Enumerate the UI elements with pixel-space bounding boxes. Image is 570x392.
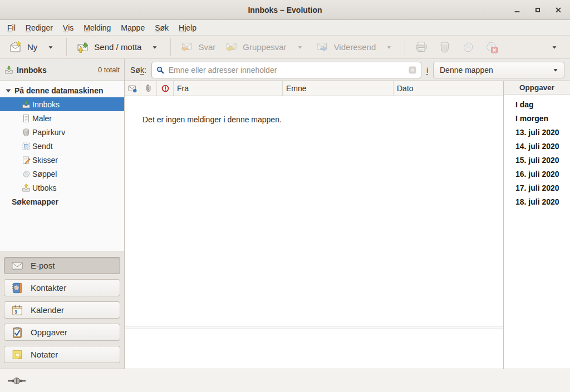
expander-down-icon[interactable] (4, 86, 13, 95)
message-list-header: Fra Emne Dato (125, 81, 503, 96)
column-attachment[interactable] (140, 81, 157, 96)
close-button[interactable] (552, 4, 564, 16)
calendar-icon: 3 (11, 304, 23, 316)
message-list-body[interactable]: Det er ingen meldinger i denne mappen. (125, 96, 503, 326)
outbox-icon (22, 183, 31, 192)
folder-tree: På denne datamaskinen InnboksMalerPapirk… (0, 81, 124, 251)
junk-icon (461, 41, 475, 54)
folder-tree-list: InnboksMalerPapirkurvSendtSkisserSøppelU… (0, 97, 124, 195)
folder-item-label: Utboks (32, 183, 57, 192)
reply-button: Svar (175, 38, 220, 57)
trash-small-icon (22, 128, 31, 137)
minimize-button[interactable] (511, 4, 523, 16)
search-icon (156, 66, 165, 75)
clear-search-icon[interactable] (408, 66, 417, 75)
svg-text:3: 3 (14, 309, 17, 314)
menu-item-folder[interactable]: Mappe (116, 20, 150, 35)
send-receive-label: Send / motta (94, 42, 141, 52)
preview-pane (125, 329, 503, 369)
switcher-button-label: Kontakter (31, 283, 66, 292)
column-priority[interactable] (157, 81, 174, 96)
templates-icon (22, 114, 31, 123)
group-reply-icon (224, 41, 238, 54)
search-entry[interactable] (151, 62, 421, 78)
switcher-button-label: Oppgaver (31, 328, 67, 337)
search-area: Søk: i Denne mappen (125, 59, 570, 81)
menu-item-help[interactable]: Hjelp (174, 20, 202, 35)
column-subject[interactable]: Emne (283, 81, 394, 96)
search-scope-combo[interactable]: Denne mappen (433, 62, 564, 78)
toolbar-overflow-button[interactable] (548, 41, 561, 54)
send-receive-button[interactable]: Send / motta (71, 38, 146, 57)
todo-bar-list: I dagI morgen13. juli 202014. juli 20201… (504, 95, 570, 209)
folder-item-inbox[interactable]: Innboks (0, 97, 124, 111)
new-dropdown-arrow[interactable] (44, 41, 57, 54)
window-title: Innboks – Evolution (248, 6, 322, 14)
svg-text:@: @ (14, 285, 18, 290)
todo-date-group[interactable]: I dag (504, 97, 570, 111)
titlebar: Innboks – Evolution (0, 0, 570, 20)
switcher-button-label: Notater (31, 350, 58, 359)
todo-date-group[interactable]: 15. juli 2020 (504, 153, 570, 167)
folder-item-sent[interactable]: Sendt (0, 139, 124, 153)
online-status-icon[interactable] (7, 376, 26, 385)
read-status-icon (128, 84, 137, 93)
forward-button: Videresend (311, 38, 381, 57)
folder-item-templates[interactable]: Maler (0, 111, 124, 125)
search-folders-row[interactable]: Søkemapper (0, 195, 124, 209)
scope-in-label: i (426, 66, 428, 75)
folder-item-label: Innboks (32, 100, 60, 109)
forward-dropdown-arrow (382, 41, 396, 54)
new-button[interactable]: Ny (4, 38, 42, 57)
folder-item-junk[interactable]: Søppel (0, 167, 124, 181)
menu-item-search[interactable]: Søk (150, 20, 174, 35)
inbox-icon (4, 66, 13, 75)
todo-bar-title: Oppgaver (504, 81, 570, 95)
inbox-icon (22, 100, 31, 109)
evolution-window: Innboks – Evolution FilRedigerVisMelding… (0, 0, 570, 392)
menu-item-edit[interactable]: Rediger (21, 20, 58, 35)
folder-item-drafts[interactable]: Skisser (0, 153, 124, 167)
switcher-button-tasks[interactable]: Oppgaver (4, 324, 120, 341)
chevron-down-icon (151, 43, 159, 51)
menu-item-message[interactable]: Melding (78, 20, 116, 35)
column-from[interactable]: Fra (174, 81, 283, 96)
mail-icon (11, 260, 23, 272)
search-scope-value: Denne mappen (440, 66, 552, 75)
window-controls (511, 0, 564, 19)
todo-date-group[interactable]: I morgen (504, 111, 570, 125)
maximize-button[interactable] (532, 4, 544, 16)
search-label: Søk: (130, 66, 146, 75)
switcher-button-memos[interactable]: Notater (4, 346, 120, 363)
account-root-row[interactable]: På denne datamaskinen (0, 83, 124, 97)
menubar: FilRedigerVisMeldingMappeSøkHjelp (0, 20, 570, 36)
message-list-pane: Fra Emne Dato Det er ingen meldinger i d… (125, 81, 503, 369)
todo-date-group[interactable]: 16. juli 2020 (504, 167, 570, 181)
view-switcher: E-post@Kontakter3KalenderOppgaverNotater (0, 251, 124, 369)
todo-date-group[interactable]: 17. juli 2020 (504, 181, 570, 195)
column-date[interactable]: Dato (394, 81, 503, 96)
switcher-button-contacts[interactable]: @Kontakter (4, 279, 120, 296)
column-read-status[interactable] (125, 81, 140, 96)
sent-icon (22, 142, 31, 151)
close-icon (554, 6, 562, 14)
search-input[interactable] (169, 66, 404, 75)
minimize-icon (513, 6, 521, 14)
current-folder-name: Innboks (17, 66, 95, 75)
menu-item-file[interactable]: Fil (2, 20, 21, 35)
memos-icon (11, 349, 23, 361)
todo-date-group[interactable]: 18. juli 2020 (504, 195, 570, 209)
send-receive-dropdown-arrow[interactable] (148, 41, 161, 54)
print-icon (415, 41, 428, 54)
switcher-button-calendar[interactable]: 3Kalender (4, 301, 120, 319)
chevron-down-icon (552, 66, 559, 74)
menu-item-view[interactable]: Vis (58, 20, 78, 35)
folder-item-outbox[interactable]: Utboks (0, 181, 124, 195)
folder-item-trash[interactable]: Papirkurv (0, 125, 124, 139)
mark-junk-button (458, 37, 478, 57)
search-bar: Innboks 0 totalt Søk: i Denne mappen (0, 59, 570, 81)
switcher-button-mail[interactable]: E-post (4, 257, 120, 274)
todo-date-group[interactable]: 13. juli 2020 (504, 125, 570, 139)
toolbar: Ny Send / motta Svar Gruppesvar Viderese… (0, 36, 570, 59)
todo-date-group[interactable]: 14. juli 2020 (504, 139, 570, 153)
